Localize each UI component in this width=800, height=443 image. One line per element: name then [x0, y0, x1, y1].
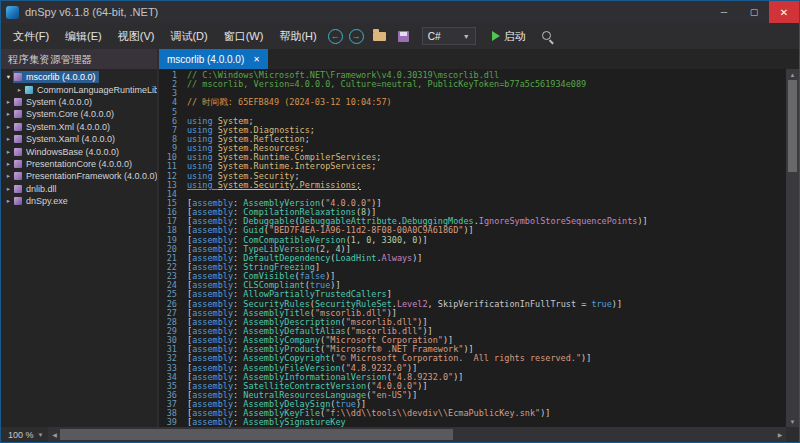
horizontal-scrollbar-track[interactable]: [60, 427, 774, 442]
vertical-scrollbar[interactable]: ▲ ▼: [786, 69, 799, 427]
tree-item-content[interactable]: PresentationFramework (4.0.0.0): [13, 170, 157, 182]
tree-item-content[interactable]: mscorlib (4.0.0.0): [13, 71, 99, 83]
code-token[interactable]: true: [591, 299, 611, 309]
code-token[interactable]: Always: [382, 253, 413, 263]
vertical-scrollbar-track[interactable]: [786, 80, 799, 416]
code-pane[interactable]: 1// C:\Windows\Microsoft.NET\Framework\v…: [159, 69, 786, 427]
tree-item-content[interactable]: dnlib.dll: [13, 183, 60, 195]
expand-arrow-icon[interactable]: ▸: [4, 98, 13, 106]
tree-item-content[interactable]: System.Xml (4.0.0.0): [13, 121, 113, 133]
code-token[interactable]: )]: [463, 225, 473, 235]
scroll-down-icon[interactable]: ▼: [786, 416, 799, 427]
save-all-icon[interactable]: [398, 31, 409, 42]
tree-item-content[interactable]: System.Xaml (4.0.0.0): [13, 133, 118, 145]
start-debug-button[interactable]: 启动: [492, 29, 526, 44]
code-token[interactable]: // mscorlib, Version=4.0.0.0, Culture=ne…: [187, 79, 586, 89]
menu-item[interactable]: 调试(D): [162, 23, 215, 49]
tree-item-content[interactable]: dnSpy.exe: [13, 195, 71, 207]
code-token[interactable]: "en-US": [371, 390, 407, 400]
code-token[interactable]: // 时间戳: 65EFB849 (2024-03-12 10:04:57): [187, 97, 392, 107]
code-token[interactable]: ;: [371, 161, 376, 171]
code-token[interactable]: )]: [412, 253, 422, 263]
scroll-right-icon[interactable]: ▶: [774, 431, 786, 438]
menu-item[interactable]: 窗口(W): [216, 23, 272, 49]
menu-item[interactable]: 编辑(E): [57, 23, 110, 49]
code-token[interactable]: ,: [402, 235, 412, 245]
code-token[interactable]: System.Security.Permissions: [218, 180, 356, 190]
maximize-button[interactable]: ▢: [739, 1, 769, 23]
tree-item-windowsbase[interactable]: ▸WindowsBase (4.0.0.0): [1, 145, 157, 157]
code-token[interactable]: AssemblySignatureKey: [243, 417, 345, 427]
code-token[interactable]: )]: [581, 353, 591, 363]
code-token[interactable]: Level2: [397, 299, 428, 309]
code-token[interactable]: )]: [407, 390, 417, 400]
tab-mscorlib[interactable]: mscorlib (4.0.0.0) ✕: [159, 49, 268, 69]
code-token[interactable]: ;: [376, 152, 381, 162]
code-line[interactable]: 4// 时间戳: 65EFB849 (2024-03-12 10:04:57): [159, 98, 786, 107]
code-token[interactable]: ,: [428, 299, 438, 309]
tree-item-system-xml[interactable]: ▸System.Xml (4.0.0.0): [1, 121, 157, 133]
tab-close-icon[interactable]: ✕: [253, 55, 260, 64]
expand-arrow-icon[interactable]: ▸: [4, 160, 13, 168]
tree-item-system-core[interactable]: ▸System.Core (4.0.0.0): [1, 108, 157, 120]
expand-arrow-icon[interactable]: ▸: [15, 86, 24, 94]
collapse-arrow-icon[interactable]: ▾: [4, 73, 13, 81]
tree-item-common-language-runtime-library[interactable]: ▸CommonLanguageRuntimeLibrary: [1, 83, 157, 95]
expand-arrow-icon[interactable]: ▸: [4, 197, 13, 205]
tree-item-content[interactable]: PresentationCore (4.0.0.0): [13, 158, 135, 170]
code-token[interactable]: SkipVerificationInFullTrust: [438, 299, 576, 309]
navigate-back-button[interactable]: ←: [328, 29, 343, 44]
language-select[interactable]: C# ▼: [422, 27, 476, 45]
tree-item-content[interactable]: System (4.0.0.0): [13, 96, 95, 108]
code-token[interactable]: :: [233, 417, 243, 427]
tree-item-presentationframework[interactable]: ▸PresentationFramework (4.0.0.0): [1, 170, 157, 182]
code-token[interactable]: ;: [356, 180, 361, 190]
code-token[interactable]: )]: [540, 408, 550, 418]
expand-arrow-icon[interactable]: ▸: [4, 172, 13, 180]
tree-item-presentationcore[interactable]: ▸PresentationCore (4.0.0.0): [1, 158, 157, 170]
code-token[interactable]: ;: [310, 125, 315, 135]
expand-arrow-icon[interactable]: ▸: [4, 123, 13, 131]
code-token[interactable]: =: [576, 299, 591, 309]
code-line[interactable]: 39[assembly: AssemblySignatureKey: [159, 418, 786, 427]
tree-item-system-xaml[interactable]: ▸System.Xaml (4.0.0.0): [1, 133, 157, 145]
tree-item-mscorlib[interactable]: ▾mscorlib (4.0.0.0): [1, 71, 157, 83]
code-token[interactable]: ,: [356, 235, 366, 245]
tree-item-content[interactable]: WindowsBase (4.0.0.0): [13, 145, 122, 157]
tree-item-dnspy-exe[interactable]: ▸dnSpy.exe: [1, 195, 157, 207]
vertical-scrollbar-thumb[interactable]: [788, 80, 797, 172]
code-token[interactable]: )]: [637, 216, 647, 226]
menu-item[interactable]: 帮助(H): [271, 23, 324, 49]
menu-item[interactable]: 文件(F): [5, 23, 57, 49]
expand-arrow-icon[interactable]: ▸: [4, 185, 13, 193]
code-token[interactable]: )]: [453, 372, 463, 382]
menu-item[interactable]: 视图(V): [110, 23, 163, 49]
code-token[interactable]: 3300: [382, 235, 402, 245]
navigate-forward-button[interactable]: →: [349, 29, 364, 44]
scroll-left-icon[interactable]: ◀: [48, 431, 60, 438]
expand-arrow-icon[interactable]: ▸: [4, 148, 13, 156]
code-token[interactable]: )]: [612, 299, 622, 309]
code-token[interactable]: LoadHint: [335, 253, 376, 263]
open-file-icon[interactable]: [373, 32, 386, 41]
tree-item-dnlib-dll[interactable]: ▸dnlib.dll: [1, 183, 157, 195]
code-token[interactable]: "f:\\dd\\tools\\devdiv\\EcmaPublicKey.sn…: [325, 408, 540, 418]
expand-arrow-icon[interactable]: ▸: [4, 110, 13, 118]
expand-arrow-icon[interactable]: ▸: [4, 135, 13, 143]
search-icon[interactable]: [541, 30, 554, 43]
tree-item-content[interactable]: System.Core (4.0.0.0): [13, 108, 117, 120]
code-token[interactable]: )]: [417, 381, 427, 391]
code-token[interactable]: assembly: [192, 417, 233, 427]
scroll-up-icon[interactable]: ▲: [786, 69, 799, 80]
tree-item-content[interactable]: CommonLanguageRuntimeLibrary: [24, 83, 157, 95]
close-button[interactable]: ✕: [769, 1, 799, 23]
horizontal-scrollbar[interactable]: ◀ ▶: [48, 427, 786, 442]
zoom-level-select[interactable]: 100 % ▼: [3, 427, 48, 442]
code-token[interactable]: ;: [305, 134, 310, 144]
code-token[interactable]: )]: [417, 235, 427, 245]
code-line[interactable]: 13using System.Security.Permissions;: [159, 181, 786, 190]
code-token[interactable]: ,: [371, 235, 381, 245]
code-token[interactable]: IgnoreSymbolStoreSequencePoints: [479, 216, 638, 226]
code-line[interactable]: 2// mscorlib, Version=4.0.0.0, Culture=n…: [159, 80, 786, 89]
horizontal-scrollbar-thumb[interactable]: [60, 429, 452, 440]
